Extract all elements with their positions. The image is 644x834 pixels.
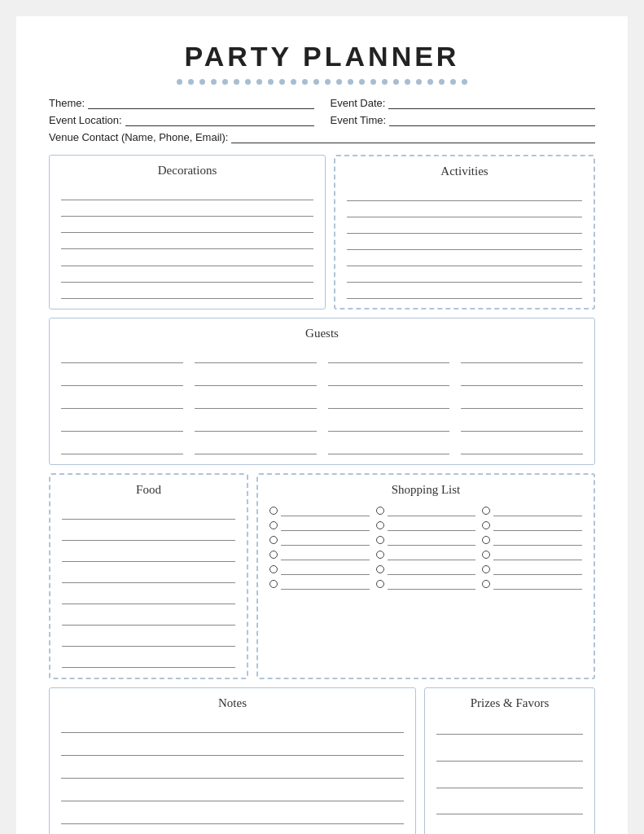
dot bbox=[245, 79, 251, 85]
check-circle bbox=[376, 580, 384, 588]
check-row bbox=[269, 505, 370, 516]
food-title: Food bbox=[62, 483, 235, 497]
dot bbox=[359, 79, 365, 85]
check-circle bbox=[269, 580, 278, 588]
write-line bbox=[328, 394, 450, 409]
fields-section: Theme: Event Date: Event Location: Event… bbox=[49, 96, 595, 143]
write-line bbox=[347, 219, 582, 234]
venue-row: Venue Contact (Name, Phone, Email): bbox=[49, 130, 595, 143]
check-line bbox=[281, 505, 370, 516]
check-line bbox=[493, 520, 582, 531]
write-line bbox=[61, 349, 183, 363]
notes-lines bbox=[61, 718, 404, 834]
activities-lines bbox=[347, 187, 582, 301]
activities-title: Activities bbox=[347, 165, 582, 178]
write-line bbox=[195, 349, 317, 363]
food-lines bbox=[62, 505, 235, 669]
prizes-lines bbox=[436, 718, 583, 834]
row-notes-prizes: Notes Prizes & Favors bbox=[49, 687, 595, 834]
check-circle bbox=[482, 565, 490, 573]
event-location-input[interactable] bbox=[125, 113, 314, 126]
shopping-title: Shopping List bbox=[269, 483, 582, 497]
check-circle bbox=[376, 565, 384, 573]
check-circle bbox=[482, 521, 490, 529]
write-line bbox=[195, 417, 317, 432]
check-line bbox=[281, 578, 370, 590]
write-line bbox=[328, 440, 450, 454]
write-line bbox=[436, 800, 583, 814]
write-line bbox=[328, 371, 450, 386]
check-row bbox=[269, 534, 370, 546]
guests-col-3 bbox=[328, 349, 450, 456]
check-line bbox=[388, 578, 476, 590]
dot bbox=[222, 79, 228, 85]
check-line bbox=[493, 564, 582, 575]
check-circle bbox=[482, 536, 490, 544]
guests-box: Guests bbox=[49, 318, 595, 465]
write-line bbox=[347, 268, 582, 283]
check-circle bbox=[482, 580, 490, 588]
write-line bbox=[461, 371, 583, 386]
page: PARTY PLANNER Theme: bbox=[16, 16, 628, 834]
dot bbox=[393, 79, 399, 85]
write-line bbox=[195, 440, 317, 454]
row-decorations-activities: Decorations Activities bbox=[49, 155, 595, 309]
check-line bbox=[388, 564, 476, 575]
write-line bbox=[436, 720, 583, 735]
dot bbox=[336, 79, 342, 85]
dot bbox=[405, 79, 410, 85]
theme-input[interactable] bbox=[88, 96, 313, 109]
guests-col-2 bbox=[195, 349, 317, 456]
decorations-box: Decorations bbox=[49, 155, 326, 309]
check-circle bbox=[376, 521, 384, 529]
event-date-label: Event Date: bbox=[331, 97, 386, 109]
check-row bbox=[376, 564, 476, 575]
check-line bbox=[281, 549, 370, 560]
write-line bbox=[62, 590, 235, 604]
event-time-field: Event Time: bbox=[331, 113, 596, 126]
dot bbox=[370, 79, 376, 85]
check-row bbox=[482, 578, 582, 590]
check-row bbox=[482, 549, 582, 560]
write-line bbox=[62, 653, 235, 668]
write-line bbox=[61, 440, 183, 454]
write-line bbox=[195, 371, 317, 386]
food-box: Food bbox=[49, 473, 248, 679]
event-location-field: Event Location: bbox=[49, 113, 314, 126]
check-row bbox=[482, 505, 582, 516]
prizes-title: Prizes & Favors bbox=[436, 696, 583, 710]
check-circle bbox=[482, 507, 490, 515]
dot bbox=[462, 79, 467, 85]
check-row bbox=[269, 549, 370, 560]
decorations-lines bbox=[61, 186, 313, 301]
check-line bbox=[388, 505, 476, 516]
venue-contact-input[interactable] bbox=[231, 130, 595, 143]
check-row bbox=[269, 520, 370, 531]
write-line bbox=[347, 284, 582, 299]
theme-label: Theme: bbox=[49, 97, 85, 109]
write-line bbox=[436, 827, 583, 834]
check-line bbox=[388, 534, 476, 546]
check-line bbox=[493, 534, 582, 546]
event-date-input[interactable] bbox=[388, 96, 595, 109]
write-line bbox=[61, 284, 313, 299]
write-line bbox=[61, 417, 183, 432]
main-grid: Decorations Activities bbox=[49, 155, 595, 834]
check-line bbox=[493, 505, 582, 516]
shopping-col-3 bbox=[482, 505, 582, 669]
write-line bbox=[62, 568, 235, 583]
dot bbox=[234, 79, 239, 85]
field-row-1: Theme: Event Date: bbox=[49, 96, 595, 109]
event-time-input[interactable] bbox=[389, 113, 595, 126]
check-row bbox=[269, 564, 370, 575]
check-circle bbox=[269, 551, 278, 559]
check-circle bbox=[269, 521, 278, 529]
write-line bbox=[62, 632, 235, 647]
dot bbox=[382, 79, 388, 85]
write-line bbox=[61, 741, 404, 756]
event-date-field: Event Date: bbox=[331, 96, 596, 109]
check-line bbox=[388, 520, 476, 531]
write-line bbox=[62, 611, 235, 626]
check-row bbox=[482, 534, 582, 546]
write-line bbox=[62, 526, 235, 541]
